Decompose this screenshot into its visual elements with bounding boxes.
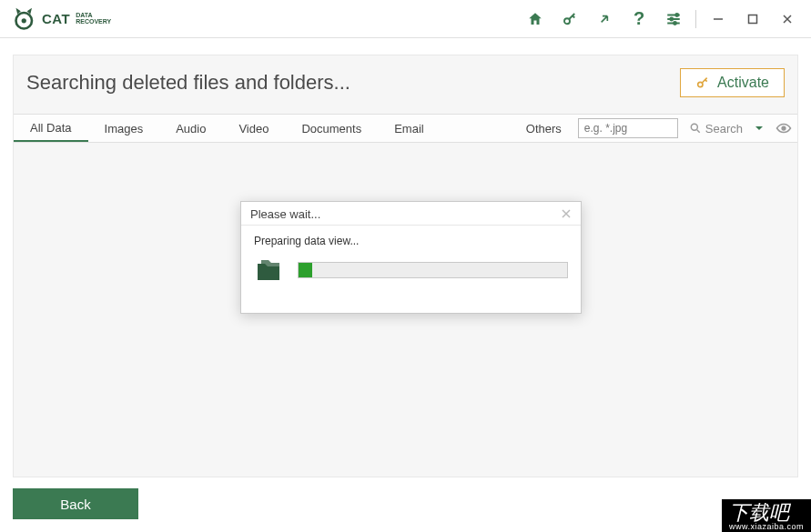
tab-video[interactable]: Video — [222, 115, 285, 142]
search-label: Search — [705, 122, 743, 136]
eye-icon — [776, 122, 792, 135]
svg-point-4 — [670, 17, 673, 20]
key-button[interactable] — [553, 5, 586, 33]
share-button[interactable] — [588, 5, 621, 33]
svg-rect-6 — [749, 15, 757, 23]
dialog-message: Preparing data view... — [254, 235, 568, 247]
settings-button[interactable] — [657, 5, 690, 33]
chevron-down-icon — [754, 123, 765, 134]
search-button[interactable]: Search — [684, 115, 748, 142]
svg-point-8 — [691, 124, 697, 130]
back-button[interactable]: Back — [13, 488, 138, 519]
tab-audio[interactable]: Audio — [159, 115, 222, 142]
watermark-url: www.xiazaiba.com — [729, 523, 804, 531]
home-button[interactable] — [519, 5, 552, 33]
maximize-button[interactable] — [736, 5, 769, 33]
activate-label: Activate — [717, 75, 769, 91]
filter-tabs: All Data Images Audio Video Documents Em… — [14, 114, 797, 143]
tab-others[interactable]: Others — [510, 115, 578, 142]
help-button[interactable]: ? — [623, 5, 655, 33]
separator — [695, 10, 696, 28]
search-input[interactable] — [578, 118, 678, 138]
svg-point-1 — [22, 18, 26, 23]
svg-point-5 — [674, 22, 676, 25]
footer: Back — [13, 488, 138, 519]
key-icon — [695, 75, 710, 90]
logo-brand-text: CAT — [42, 12, 70, 25]
progress-fill — [299, 263, 312, 277]
page-title: Searching deleted files and folders... — [26, 71, 350, 95]
close-icon — [562, 209, 571, 218]
tab-email[interactable]: Email — [378, 115, 441, 142]
activate-button[interactable]: Activate — [680, 68, 785, 97]
header-row: Searching deleted files and folders... A… — [14, 55, 797, 114]
tab-images[interactable]: Images — [88, 115, 160, 142]
preview-toggle[interactable] — [770, 115, 797, 142]
logo-line1: DATA — [76, 12, 111, 18]
search-icon — [689, 122, 702, 135]
close-button[interactable] — [771, 5, 804, 33]
svg-point-7 — [698, 82, 703, 86]
wait-dialog: Please wait... Preparing data view... — [240, 201, 582, 314]
titlebar: CAT DATA RECOVERY ? — [0, 0, 811, 38]
dialog-close-button[interactable] — [559, 206, 573, 221]
dialog-titlebar: Please wait... — [241, 202, 581, 226]
tab-documents[interactable]: Documents — [285, 115, 378, 142]
svg-point-9 — [782, 126, 786, 130]
app-logo: CAT DATA RECOVERY — [13, 6, 111, 32]
logo-icon — [13, 6, 38, 32]
progress-bar — [298, 262, 568, 278]
logo-line2: RECOVERY — [76, 18, 111, 25]
results-area: Please wait... Preparing data view... — [14, 144, 797, 477]
tab-all-data[interactable]: All Data — [14, 115, 88, 142]
svg-point-2 — [564, 18, 570, 24]
dialog-title: Please wait... — [250, 207, 320, 221]
main-panel: Searching deleted files and folders... A… — [13, 55, 798, 477]
watermark-text: 下载吧 — [729, 501, 789, 524]
watermark: 下载吧 www.xiazaiba.com — [722, 499, 811, 532]
svg-point-3 — [675, 14, 678, 16]
titlebar-actions: ? — [519, 5, 804, 33]
search-options-toggle[interactable] — [748, 115, 770, 142]
folder-icon — [254, 256, 285, 284]
minimize-button[interactable] — [702, 5, 735, 33]
